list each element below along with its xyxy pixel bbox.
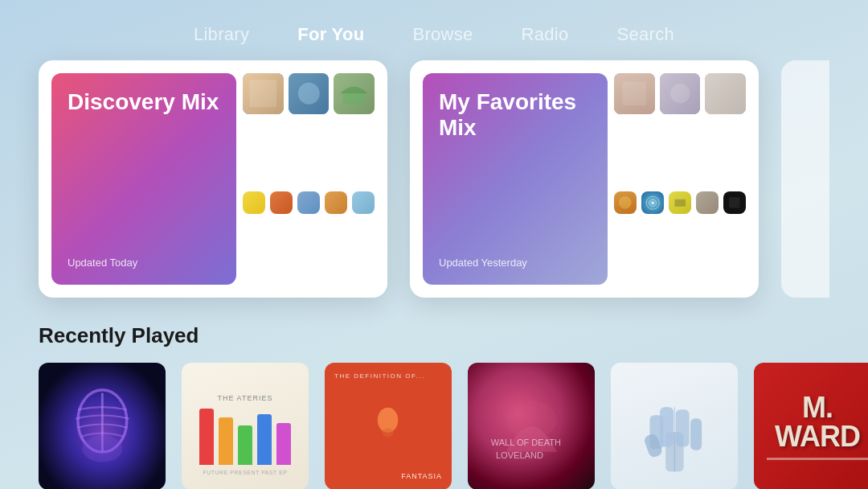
svg-text:LOVELAND: LOVELAND [496,450,543,459]
discovery-title: Discovery Mix [68,89,220,115]
art-thumb [297,191,320,214]
discovery-subtitle: Updated Today [68,257,220,269]
nav-browse[interactable]: Browse [412,24,473,45]
svg-point-32 [506,401,556,438]
nav-radio[interactable]: Radio [522,24,569,45]
favorites-hero-tile: My Favorites Mix Updated Yesterday [423,73,608,285]
album-card-5[interactable] [611,363,738,489]
recently-played-section: Recently Played [39,323,829,489]
art-thumb [705,73,746,114]
album-card-3[interactable]: THE DEFINITION OF... FANTASIA [325,363,452,489]
recently-played-title: Recently Played [39,323,829,348]
mix-cards-row: Discovery Mix Updated Today [39,60,829,298]
svg-point-21 [619,196,632,209]
svg-rect-38 [675,409,689,446]
favorites-title: My Favorites Mix [439,89,592,141]
svg-point-31 [383,428,394,437]
nav-for-you[interactable]: For You [297,24,364,45]
art-thumb [334,73,375,114]
svg-text:WALL OF DEATH: WALL OF DEATH [490,438,560,447]
art-thumb [669,191,691,214]
art-thumb [614,73,655,114]
nav-search[interactable]: Search [617,24,675,45]
album-card-4[interactable]: WALL OF DEATH LOVELAND [468,363,595,489]
art-thumb [696,191,719,214]
svg-rect-26 [729,197,739,208]
nav-library[interactable]: Library [194,24,249,45]
art-thumb [289,73,330,114]
recently-played-row: THE ATERIES FUTURE PRESENT PAST EP THE D… [39,363,829,489]
album-card-1[interactable] [39,363,166,489]
peek-card [781,60,829,298]
svg-point-20 [670,84,690,103]
svg-rect-19 [622,81,646,105]
favorites-art-bottom [614,191,746,285]
discovery-art-middle [243,73,375,185]
art-thumb [325,191,347,214]
art-thumb [614,191,637,214]
main-content: Discovery Mix Updated Today [0,60,868,489]
favorites-subtitle: Updated Yesterday [439,257,592,269]
discovery-art-bottom [243,191,375,285]
art-thumb [660,73,701,114]
art-thumb [270,191,293,214]
svg-point-24 [651,201,654,204]
discovery-mix-card[interactable]: Discovery Mix Updated Today [39,60,387,298]
main-navigation: Library For You Browse Radio Search [0,0,868,60]
art-thumb [352,191,375,214]
discovery-hero-tile: Discovery Mix Updated Today [51,73,236,285]
art-thumb [723,191,746,214]
favorites-art-middle [614,73,746,185]
art-thumb [243,191,265,214]
album-card-6[interactable]: M. WARD [754,363,868,489]
album-card-2[interactable]: THE ATERIES FUTURE PRESENT PAST EP [182,363,309,489]
art-thumb [243,73,284,114]
svg-point-29 [82,435,122,462]
svg-rect-39 [690,418,702,450]
art-thumb [641,191,664,214]
svg-rect-8 [249,80,276,107]
svg-rect-10 [343,93,365,105]
favorites-mix-card[interactable]: My Favorites Mix Updated Yesterday [410,60,759,298]
svg-rect-37 [660,407,674,446]
svg-point-9 [297,83,319,105]
svg-rect-25 [674,199,685,206]
